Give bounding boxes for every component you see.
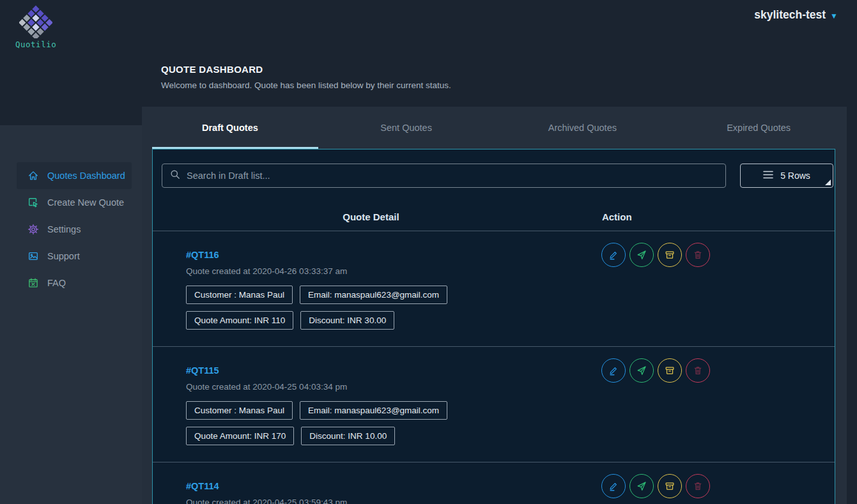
delete-quote-button[interactable] <box>686 474 710 498</box>
trash-icon <box>692 249 704 261</box>
send-quote-button[interactable] <box>629 358 654 383</box>
rows-per-page-label: 5 Rows <box>780 171 810 181</box>
sidebar: Quotes Dashboard Create New Quote Settin… <box>0 125 142 504</box>
quotes-table-container: 5 Rows Quote Detail Action #QT116 Quote … <box>152 149 835 504</box>
page-header: QUOTE DASHBOARD Welcome to dashboard. Qu… <box>161 64 451 90</box>
quote-id-link[interactable]: #QT116 <box>186 250 219 260</box>
column-header-action: Action <box>589 211 835 222</box>
archive-box-icon <box>664 249 676 261</box>
pencil-icon <box>608 249 619 261</box>
table-row: #QT116 Quote created at 2020-04-26 03:33… <box>153 231 835 347</box>
search-icon <box>170 169 180 182</box>
brand-logo: Quotilio <box>15 5 56 49</box>
sidebar-item-label: Support <box>47 251 80 261</box>
pencil-icon <box>608 365 619 376</box>
tab-archived-quotes[interactable]: Archived Quotes <box>495 107 671 149</box>
send-quote-button[interactable] <box>629 243 654 267</box>
account-menu[interactable]: skylitech-test ▼ <box>754 8 838 22</box>
status-tabbar: Draft Quotes Sent Quotes Archived Quotes… <box>142 107 847 149</box>
email-chip: Email: manaspaul623@gmail.com <box>300 286 447 304</box>
tab-expired-quotes[interactable]: Expired Quotes <box>670 107 847 149</box>
quotes-card: Draft Quotes Sent Quotes Archived Quotes… <box>142 107 847 504</box>
dropdown-corner-icon <box>825 179 831 185</box>
sidebar-item-quotes-dashboard[interactable]: Quotes Dashboard <box>17 162 132 189</box>
quote-detail-cell: #QT115 Quote created at 2020-04-25 04:03… <box>153 365 589 445</box>
paper-plane-icon <box>636 365 647 376</box>
edit-quote-button[interactable] <box>601 474 626 498</box>
quote-chips: Customer : Manas Paul Email: manaspaul62… <box>186 286 553 330</box>
archive-box-icon <box>664 365 676 376</box>
tab-draft-quotes[interactable]: Draft Quotes <box>142 107 318 149</box>
archive-quote-button[interactable] <box>658 358 682 383</box>
trash-icon <box>692 365 704 376</box>
quote-detail-cell: #QT116 Quote created at 2020-04-26 03:33… <box>153 249 589 330</box>
delete-quote-button[interactable] <box>686 358 710 383</box>
discount-chip: Discount: INR 30.00 <box>300 311 394 330</box>
sidebar-item-create-new-quote[interactable]: Create New Quote <box>17 189 132 216</box>
quote-created-text: Quote created at 2020-04-25 03:59:43 pm <box>186 498 589 504</box>
rows-per-page-button[interactable]: 5 Rows <box>740 164 833 188</box>
archive-box-icon <box>664 480 676 492</box>
calendar-x-icon <box>27 277 39 289</box>
table-header: Quote Detail Action <box>153 203 835 231</box>
column-header-quote-detail: Quote Detail <box>153 211 589 222</box>
quote-action-cell <box>589 474 835 504</box>
table-row: #QT114 Quote created at 2020-04-25 03:59… <box>153 462 835 504</box>
sidebar-item-settings[interactable]: Settings <box>17 216 132 243</box>
search-box <box>162 164 726 188</box>
pencil-icon <box>608 480 619 492</box>
quote-amount-chip: Quote Amount: INR 170 <box>186 427 294 445</box>
caret-down-icon: ▼ <box>830 10 838 20</box>
menu-icon <box>763 171 773 181</box>
create-quote-icon <box>27 197 39 208</box>
quote-action-cell <box>589 243 835 330</box>
edit-quote-button[interactable] <box>601 243 626 267</box>
trash-icon <box>692 480 704 492</box>
quote-created-text: Quote created at 2020-04-26 03:33:37 am <box>186 266 589 276</box>
sidebar-item-faq[interactable]: FAQ <box>17 270 132 296</box>
paper-plane-icon <box>636 249 647 261</box>
delete-quote-button[interactable] <box>686 243 710 267</box>
sidebar-item-label: Quotes Dashboard <box>47 171 125 181</box>
archive-quote-button[interactable] <box>658 243 682 267</box>
sidebar-item-label: Settings <box>47 224 81 234</box>
send-quote-button[interactable] <box>629 474 654 498</box>
email-chip: Email: manaspaul623@gmail.com <box>300 401 447 420</box>
sidebar-item-support[interactable]: Support <box>17 243 132 270</box>
quote-action-cell <box>589 358 835 445</box>
quote-id-link[interactable]: #QT114 <box>186 481 219 491</box>
quote-detail-cell: #QT114 Quote created at 2020-04-25 03:59… <box>153 480 589 504</box>
gear-icon <box>27 224 39 235</box>
discount-chip: Discount: INR 10.00 <box>301 427 395 445</box>
account-name: skylitech-test <box>754 8 826 22</box>
table-toolbar: 5 Rows <box>153 149 835 203</box>
edit-quote-button[interactable] <box>601 358 626 383</box>
table-row: #QT115 Quote created at 2020-04-25 04:03… <box>153 347 835 462</box>
quote-amount-chip: Quote Amount: INR 110 <box>186 311 293 330</box>
search-input[interactable] <box>187 171 718 181</box>
brand-name: Quotilio <box>15 40 56 49</box>
sidebar-item-label: Create New Quote <box>47 197 124 208</box>
sidebar-item-label: FAQ <box>47 278 66 288</box>
customer-chip: Customer : Manas Paul <box>186 286 293 304</box>
page-title: QUOTE DASHBOARD <box>161 64 451 75</box>
paper-plane-icon <box>636 480 647 492</box>
brand-logo-icon <box>15 5 56 38</box>
image-icon <box>27 250 39 262</box>
quote-created-text: Quote created at 2020-04-25 04:03:34 pm <box>186 382 589 392</box>
archive-quote-button[interactable] <box>658 474 682 498</box>
page-subtitle: Welcome to dashboard. Quote has been lis… <box>161 80 451 90</box>
home-icon <box>27 170 39 181</box>
customer-chip: Customer : Manas Paul <box>186 401 293 420</box>
tab-sent-quotes[interactable]: Sent Quotes <box>318 107 495 149</box>
quote-id-link[interactable]: #QT115 <box>186 365 219 376</box>
quote-chips: Customer : Manas Paul Email: manaspaul62… <box>186 401 553 445</box>
